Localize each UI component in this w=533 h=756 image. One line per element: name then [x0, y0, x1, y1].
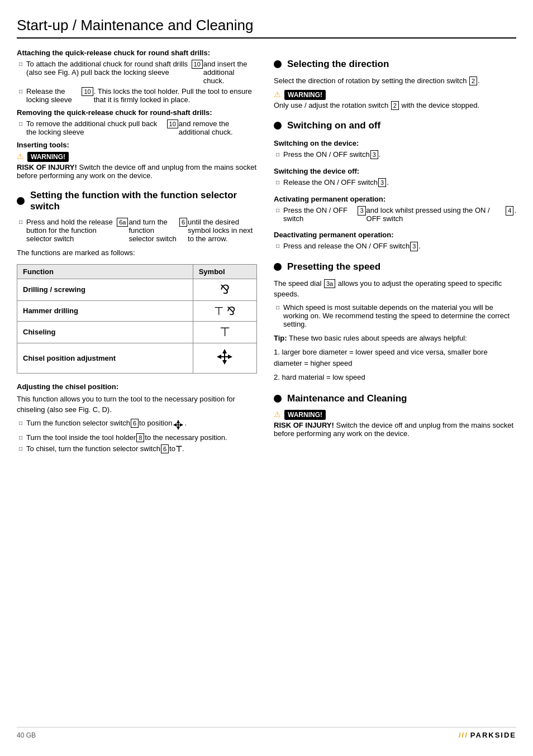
adjusting-chisel-body: This function allows you to turn the too…: [17, 394, 257, 415]
attaching-chuck-list: To attach the additional chuck for round…: [17, 60, 257, 104]
svg-marker-7: [177, 420, 180, 423]
warning-body-3: RISK OF INJURY! Switch the device off an…: [274, 421, 516, 438]
inserting-tools-section: Inserting tools: ⚠ WARNING! RISK OF INJU…: [17, 141, 257, 180]
list-item: To remove the additional chuck pull back…: [17, 119, 257, 136]
attaching-chuck-section: Attaching the quick-release chuck for ro…: [17, 49, 257, 104]
svg-marker-5: [228, 355, 232, 359]
parkside-brand: PARKSIDE: [470, 731, 516, 739]
maintenance-title: Maintenance and Cleaning: [274, 393, 516, 404]
ref-2: 2: [469, 76, 477, 85]
setting-function-section: Setting the function with the function s…: [17, 190, 257, 374]
removing-chuck-heading: Removing the quick-release chuck for rou…: [17, 108, 257, 117]
table-row: Hammer drilling ⊤ ⅋: [17, 300, 257, 321]
chisel-pos-small-icon: [172, 419, 184, 431]
table-header-function: Function: [17, 264, 193, 279]
table-row: Drilling / screwing ⅋: [17, 279, 257, 300]
circle-dot-icon: [17, 197, 25, 205]
perm-on-list: Press the ON / OFF switch 3 and lock whi…: [274, 206, 516, 223]
list-item: To chisel, turn the function selector sw…: [17, 444, 257, 453]
symbol-chiseling: ⊤: [193, 321, 256, 343]
table-row: Chiseling ⊤: [17, 321, 257, 343]
warning-triangle-icon-3: ⚠: [274, 410, 281, 419]
warning-label-3: WARNING!: [284, 410, 326, 420]
svg-marker-4: [217, 355, 221, 359]
ref-6c: 6: [161, 444, 169, 453]
left-column: Attaching the quick-release chuck for ro…: [17, 49, 257, 717]
parkside-logo: /// PARKSIDE: [459, 731, 516, 739]
ref-4: 4: [506, 206, 513, 215]
attaching-chuck-heading: Attaching the quick-release chuck for ro…: [17, 49, 257, 57]
warning-label-2: WARNING!: [284, 90, 326, 100]
list-item: Press and hold the release button for th…: [17, 218, 257, 243]
table-header-symbol: Symbol: [193, 264, 256, 279]
function-chisel-pos: Chisel position adjustment: [17, 343, 193, 373]
removing-chuck-section: Removing the quick-release chuck for rou…: [17, 108, 257, 136]
ref-3a-speed: 3a: [324, 279, 335, 288]
switching-on-list: Press the ON / OFF switch 3.: [274, 150, 516, 159]
ref-3d: 3: [410, 242, 418, 251]
adjusting-chisel-section: Adjusting the chisel position: This func…: [17, 382, 257, 454]
list-item: Press the ON / OFF switch 3.: [274, 150, 516, 159]
removing-chuck-list: To remove the additional chuck pull back…: [17, 119, 257, 136]
switching-section: Switching on and off Switching on the de…: [274, 120, 516, 251]
adjusting-chisel-list: Turn the function selector switch 6 to p…: [17, 419, 257, 454]
rule-2: 2. hard material = low speed: [274, 372, 516, 383]
switching-off-list: Release the ON / OFF switch 3.: [274, 178, 516, 187]
ref-3c: 3: [358, 206, 365, 215]
tip-text: Tip: These two basic rules about speeds …: [274, 333, 516, 344]
presetting-speed-title: Presetting the speed: [274, 261, 516, 272]
list-item: To attach the additional chuck for round…: [17, 60, 257, 85]
maintenance-section: Maintenance and Cleaning ⚠ WARNING! RISK…: [274, 393, 516, 438]
perm-off-list: Press and release the ON / OFF switch 3.: [274, 242, 516, 251]
page-header: Start-up / Maintenance and Cleaning: [17, 17, 516, 39]
symbol-drilling: ⅋: [193, 279, 256, 300]
presetting-speed-section: Presetting the speed The speed dial 3a a…: [274, 261, 516, 383]
circle-dot-icon-4: [274, 263, 282, 271]
svg-marker-2: [222, 360, 227, 365]
ref-2b: 2: [391, 101, 399, 110]
page-title: Start-up / Maintenance and Cleaning: [17, 17, 516, 34]
chisel-pos-icon: [215, 347, 235, 367]
circle-dot-icon-5: [274, 395, 282, 403]
function-hammer: Hammer drilling: [17, 300, 193, 321]
setting-function-list: Press and hold the release button for th…: [17, 218, 257, 243]
ref-6b: 6: [131, 419, 139, 428]
svg-marker-1: [222, 349, 227, 353]
page: Start-up / Maintenance and Cleaning Atta…: [0, 0, 533, 756]
selecting-direction-section: Selecting the direction Select the direc…: [274, 59, 516, 110]
symbol-chisel-pos: [193, 343, 256, 373]
ref-8: 8: [136, 433, 144, 442]
rule-1: 1. larger bore diameter = lower speed an…: [274, 347, 516, 369]
ref-3b: 3: [378, 178, 386, 187]
list-item: Press and release the ON / OFF switch 3.: [274, 242, 516, 251]
function-table: Function Symbol Drilling / screwing ⅋ Ha…: [17, 264, 257, 374]
adjusting-chisel-heading: Adjusting the chisel position:: [17, 382, 257, 391]
ref-10c: 10: [167, 119, 178, 128]
selecting-direction-warning: ⚠ WARNING! Only use / adjust the rotatio…: [274, 90, 516, 110]
selecting-direction-body: Select the direction of rotation by sett…: [274, 75, 516, 87]
selecting-direction-title: Selecting the direction: [274, 59, 516, 70]
symbol-hammer: ⊤ ⅋: [193, 300, 256, 321]
circle-dot-icon-2: [274, 60, 282, 68]
circle-dot-icon-3: [274, 122, 282, 130]
switching-off-heading: Switching the device off:: [274, 167, 516, 175]
switching-on-heading: Switching on the device:: [274, 139, 516, 147]
list-item: Release the locking sleeve 10. This lock…: [17, 87, 257, 104]
inserting-tools-warning: ⚠ WARNING! RISK OF INJURY! Switch the de…: [17, 152, 257, 180]
list-item: Turn the tool inside the tool holder 8 t…: [17, 433, 257, 442]
right-column: Selecting the direction Select the direc…: [274, 49, 516, 717]
page-footer: 40 GB /// PARKSIDE: [17, 727, 516, 739]
setting-function-title: Setting the function with the function s…: [17, 190, 257, 212]
table-row: Chisel position adjustment: [17, 343, 257, 373]
perm-on-heading: Activating permanent operation:: [274, 195, 516, 203]
inserting-tools-heading: Inserting tools:: [17, 141, 257, 149]
warning-label: WARNING!: [27, 152, 69, 162]
presetting-speed-list: Which speed is most suitable depends on …: [274, 303, 516, 328]
maintenance-warning: ⚠ WARNING! RISK OF INJURY! Switch the de…: [274, 410, 516, 438]
warning-triangle-icon: ⚠: [17, 152, 24, 161]
list-item: Press the ON / OFF switch 3 and lock whi…: [274, 206, 516, 223]
list-item: Turn the function selector switch 6 to p…: [17, 419, 257, 431]
function-drilling: Drilling / screwing: [17, 279, 193, 300]
perm-off-heading: Deactivating permanent operation:: [274, 231, 516, 239]
svg-marker-8: [177, 427, 180, 430]
